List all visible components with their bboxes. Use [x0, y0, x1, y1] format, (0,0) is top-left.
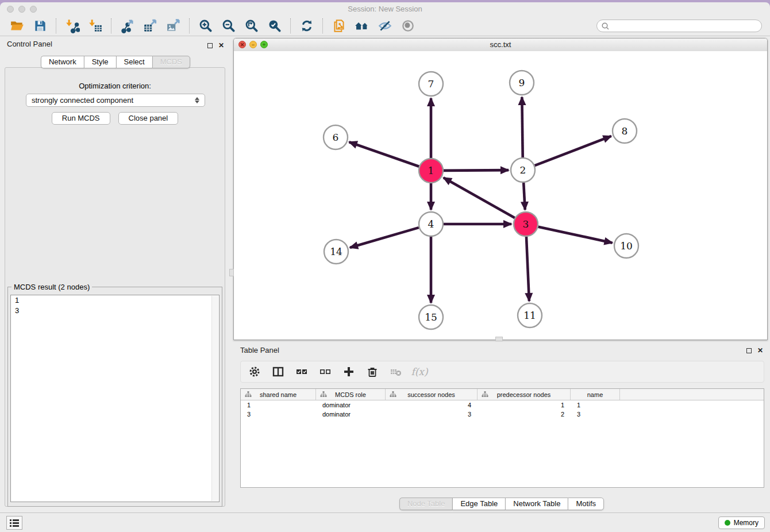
save-session-button[interactable]	[29, 17, 52, 35]
close-panel-button[interactable]: Close panel	[118, 112, 179, 125]
close-panel-icon[interactable]: ✕	[757, 348, 763, 354]
search-field[interactable]	[596, 20, 762, 32]
memory-button[interactable]: Memory	[718, 516, 765, 529]
graph-node-3[interactable]: 3	[514, 212, 538, 236]
result-scrollbar[interactable]	[211, 296, 218, 501]
graph-edge-4-14[interactable]	[350, 228, 419, 248]
tab-style[interactable]: Style	[84, 56, 116, 68]
graph-edge-3-1[interactable]	[444, 178, 515, 218]
run-mcds-button[interactable]: Run MCDS	[52, 112, 110, 125]
network-window-titlebar[interactable]: ✕ − + scc.txt	[234, 38, 767, 52]
graph-node-9[interactable]: 9	[510, 71, 534, 95]
graph-edge-3-11[interactable]	[526, 237, 529, 301]
graph-node-6[interactable]: 6	[324, 125, 348, 149]
table-cell[interactable]: dominator	[316, 400, 386, 410]
table-cell[interactable]: 2	[478, 410, 571, 419]
table-cell[interactable]: 1	[478, 400, 571, 410]
table-cell[interactable]: 1	[571, 400, 620, 410]
add-row-button[interactable]	[342, 365, 355, 378]
hide-selected-button[interactable]	[374, 17, 396, 35]
graph-node-11[interactable]: 11	[518, 303, 542, 327]
graph-node-14[interactable]: 14	[324, 240, 348, 264]
table-row[interactable]: 3dominator323	[241, 410, 764, 419]
float-panel-icon[interactable]	[746, 348, 752, 353]
graph-node-15[interactable]: 15	[419, 305, 443, 329]
splitter-grip-horizontal[interactable]	[495, 337, 503, 341]
export-table-button[interactable]	[139, 17, 162, 35]
zoom-fit-button[interactable]	[240, 17, 263, 35]
graph-edge-3-10[interactable]	[538, 227, 612, 243]
column-header-MCDS-role[interactable]: MCDS role	[316, 389, 386, 400]
graph-node-7[interactable]: 7	[419, 72, 443, 96]
delete-row-button[interactable]	[366, 365, 379, 378]
graph-edge-2-9[interactable]	[522, 97, 522, 157]
zoom-in-button[interactable]	[194, 17, 217, 35]
table-cell[interactable]: 4	[386, 400, 478, 410]
import-table-button[interactable]	[84, 17, 107, 35]
mcds-result-title: MCDS result (2 nodes)	[11, 283, 92, 291]
tab-edge-table[interactable]: Edge Table	[452, 498, 505, 510]
graph-edge-1-2[interactable]	[444, 170, 509, 171]
tab-mcds[interactable]: MCDS	[152, 56, 190, 68]
window-minimize-button[interactable]	[18, 6, 25, 13]
table-cell[interactable]: 3	[241, 410, 316, 419]
result-item[interactable]: 1	[11, 295, 219, 306]
table-cell[interactable]: 3	[571, 410, 620, 419]
tab-network-table[interactable]: Network Table	[505, 498, 568, 510]
graph-edge-2-3[interactable]	[523, 183, 525, 210]
network-maximize-button[interactable]: +	[260, 41, 268, 48]
column-header-name[interactable]: name	[571, 389, 620, 400]
mcds-result-group: MCDS result (2 nodes) 13	[7, 287, 222, 507]
show-all-button[interactable]	[396, 17, 419, 35]
tab-node-table[interactable]: Node Table	[399, 498, 453, 510]
graph-node-2[interactable]: 2	[511, 158, 535, 182]
table-row[interactable]: 1dominator411	[241, 400, 764, 410]
splitter-grip-vertical[interactable]	[229, 269, 234, 276]
export-network-button[interactable]	[116, 17, 139, 35]
table-cell[interactable]: dominator	[316, 410, 386, 419]
criterion-select[interactable]: strongly connected component	[26, 94, 205, 107]
clone-network-icon	[332, 18, 346, 33]
import-network-button[interactable]	[61, 17, 84, 35]
table-cell[interactable]: 3	[386, 410, 478, 419]
tab-network[interactable]: Network	[41, 56, 84, 68]
function-builder-button[interactable]: f(x)	[413, 365, 426, 378]
graph-edge-2-8[interactable]	[535, 136, 611, 165]
delete-table-button[interactable]	[390, 365, 402, 378]
clear-selection-button[interactable]	[319, 365, 332, 378]
network-canvas[interactable]: 7968124314101511	[234, 51, 767, 340]
task-history-button[interactable]	[6, 516, 22, 530]
graph-node-1[interactable]: 1	[419, 159, 443, 183]
homes-button[interactable]	[351, 17, 374, 35]
table-cell[interactable]: 1	[241, 400, 316, 410]
graph-node-4[interactable]: 4	[419, 212, 443, 236]
clone-network-button[interactable]	[328, 17, 351, 35]
zoom-selected-button[interactable]	[263, 17, 286, 35]
float-panel-icon[interactable]	[207, 43, 213, 48]
column-header-shared-name[interactable]: shared name	[241, 389, 316, 400]
result-item[interactable]: 3	[11, 306, 219, 316]
network-close-button[interactable]: ✕	[238, 41, 246, 48]
graph-node-8[interactable]: 8	[613, 119, 637, 143]
export-image-button[interactable]	[162, 17, 185, 35]
window-close-button[interactable]	[7, 6, 14, 13]
refresh-layout-button[interactable]	[295, 17, 318, 35]
open-session-button[interactable]	[6, 17, 29, 35]
zoom-out-button[interactable]	[217, 17, 240, 35]
search-input[interactable]	[612, 21, 757, 30]
mcds-result-list[interactable]: 13	[10, 295, 220, 502]
column-header-successor-nodes[interactable]: successor nodes	[386, 389, 478, 400]
column-header-predecessor-nodes[interactable]: predecessor nodes	[478, 389, 571, 400]
window-zoom-button[interactable]	[30, 6, 37, 13]
select-all-button[interactable]	[295, 365, 308, 378]
split-view-button[interactable]	[272, 365, 284, 378]
tab-motifs[interactable]: Motifs	[568, 498, 604, 510]
toolbar-separator	[322, 18, 324, 33]
graph-node-10[interactable]: 10	[614, 234, 638, 258]
graph-edge-1-6[interactable]	[349, 142, 419, 166]
network-minimize-button[interactable]: −	[249, 41, 257, 48]
close-panel-icon[interactable]: ✕	[218, 43, 224, 49]
table-settings-button[interactable]	[248, 365, 261, 378]
tab-select[interactable]: Select	[116, 56, 152, 68]
network-graph[interactable]: 7968124314101511	[234, 51, 767, 340]
